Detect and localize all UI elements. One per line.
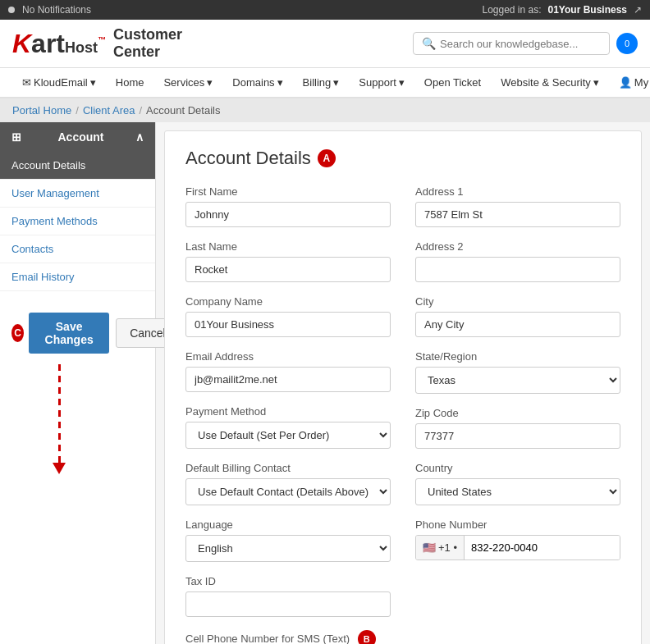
nav-item-home[interactable]: Home (106, 68, 154, 97)
tax-id-label: Tax ID (185, 575, 391, 587)
country-label: Country (415, 462, 620, 474)
nav-item-website-security[interactable]: Website & Security ▾ (491, 68, 609, 97)
cart-button[interactable]: 0 (616, 33, 638, 54)
tax-id-group: Tax ID (185, 575, 391, 617)
chevron-down-icon: ▾ (593, 76, 599, 89)
notifications-label: No Notifications (22, 4, 91, 16)
dashed-arrow (53, 364, 66, 474)
sidebar-bottom: C Save Changes Cancel (0, 299, 155, 482)
nav-item-open-ticket[interactable]: Open Ticket (414, 68, 491, 97)
dashed-line (58, 364, 61, 463)
address2-group: Address 2 (415, 240, 620, 282)
share-icon[interactable]: ↗ (634, 4, 642, 16)
user-icon: 👤 (619, 76, 632, 89)
logo-art: art (31, 29, 65, 58)
search-input[interactable] (440, 38, 601, 50)
email-group: Email Address (185, 350, 391, 392)
billing-contact-select[interactable]: Use Default Contact (Details Above) (185, 478, 391, 505)
first-name-group: First Name (185, 185, 391, 227)
button-area: C Save Changes Cancel (11, 313, 180, 354)
language-label: Language (185, 518, 391, 531)
form-left-column: First Name Last Name Company Name Email … (185, 185, 391, 644)
phone-number-input[interactable] (465, 536, 620, 560)
cart-count: 0 (625, 39, 629, 48)
nav-item-kloudemail[interactable]: ✉ KloudEmail ▾ (12, 68, 106, 97)
address1-input[interactable] (415, 202, 620, 227)
page-title: Account Details (185, 148, 311, 169)
payment-method-label: Payment Method (185, 405, 391, 418)
chevron-down-icon: ▾ (333, 76, 339, 89)
chevron-down-icon: ▾ (399, 76, 405, 89)
tax-id-input[interactable] (185, 591, 391, 617)
badge-c: C (11, 324, 24, 342)
language-select[interactable]: English (185, 535, 391, 562)
business-name-label: 01Your Business (548, 4, 627, 16)
content-area: Account Details A First Name Last Name C… (164, 130, 642, 644)
city-input[interactable] (415, 312, 620, 337)
phone-group: Phone Number 🇺🇸 +1 • (415, 518, 620, 560)
company-name-input[interactable] (185, 312, 391, 337)
flag-icon: 🇺🇸 (423, 541, 436, 554)
breadcrumb-client-area[interactable]: Client Area (83, 104, 135, 116)
email-input[interactable] (185, 367, 391, 392)
state-label: State/Region (415, 350, 620, 363)
top-bar-right: Logged in as: 01Your Business ↗ (482, 4, 642, 16)
logo-tm: ™ (98, 35, 106, 44)
cell-phone-label: Cell Phone Number for SMS (Text) B (185, 630, 391, 644)
header: KartHost™ Customer Center 🔍 0 (0, 20, 650, 68)
sidebar-item-email-history[interactable]: Email History (0, 263, 155, 291)
sidebar-item-user-management[interactable]: User Management (0, 180, 155, 208)
address1-group: Address 1 (415, 185, 620, 227)
address1-label: Address 1 (415, 185, 620, 198)
chevron-down-icon: ▾ (207, 76, 213, 89)
company-name-label: Company Name (185, 295, 391, 308)
search-icon: 🔍 (422, 37, 436, 50)
zip-group: Zip Code (415, 407, 620, 449)
nav-item-billing[interactable]: Billing ▾ (293, 68, 350, 97)
state-select[interactable]: Texas (415, 367, 620, 394)
notification-dot-icon (8, 7, 15, 13)
payment-method-group: Payment Method Use Default (Set Per Orde… (185, 405, 391, 449)
search-box[interactable]: 🔍 (413, 32, 610, 55)
city-label: City (415, 295, 620, 308)
first-name-input[interactable] (185, 202, 391, 227)
breadcrumb-sep1: / (76, 104, 79, 116)
sidebar-header: ⊞ Account ∧ (0, 122, 155, 152)
save-changes-button[interactable]: Save Changes (29, 313, 109, 354)
payment-method-select[interactable]: Use Default (Set Per Order) (185, 422, 391, 449)
top-bar: No Notifications Logged in as: 01Your Bu… (0, 0, 650, 20)
account-form: First Name Last Name Company Name Email … (185, 185, 620, 644)
sidebar: ⊞ Account ∧ Account Details User Managem… (0, 122, 156, 644)
last-name-input[interactable] (185, 257, 391, 282)
sidebar-collapse-icon[interactable]: ∧ (135, 130, 144, 144)
logo-line1: Customer (113, 26, 182, 43)
company-name-group: Company Name (185, 295, 391, 337)
badge-b: B (358, 630, 376, 644)
top-bar-left: No Notifications (8, 4, 91, 16)
arrow-head (53, 463, 66, 474)
email-label: Email Address (185, 350, 391, 363)
zip-input[interactable] (415, 423, 620, 449)
billing-contact-label: Default Billing Contact (185, 462, 391, 474)
breadcrumb-sep2: / (139, 104, 142, 116)
logo-mark: KartHost™ (12, 29, 106, 59)
sidebar-item-contacts[interactable]: Contacts (0, 235, 155, 263)
nav-item-domains[interactable]: Domains ▾ (222, 68, 292, 97)
country-group: Country United States (415, 462, 620, 505)
sidebar-item-account-details[interactable]: Account Details (0, 152, 155, 180)
cell-phone-group: Cell Phone Number for SMS (Text) B Provi… (185, 630, 391, 644)
nav-item-my-account[interactable]: 👤 My Account ▾ (609, 68, 650, 97)
nav-item-services[interactable]: Services ▾ (153, 68, 222, 97)
last-name-group: Last Name (185, 240, 391, 282)
sidebar-item-payment-methods[interactable]: Payment Methods (0, 208, 155, 235)
phone-flag: 🇺🇸 +1 • (416, 536, 465, 560)
logged-in-label: Logged in as: (482, 4, 541, 16)
nav-item-support[interactable]: Support ▾ (349, 68, 414, 97)
account-icon: ⊞ (11, 130, 21, 144)
country-select[interactable]: United States (415, 478, 620, 505)
email-icon: ✉ (22, 76, 31, 89)
breadcrumb-portal-home[interactable]: Portal Home (12, 104, 71, 116)
address2-input[interactable] (415, 257, 620, 282)
main-layout: ⊞ Account ∧ Account Details User Managem… (0, 122, 650, 644)
logo: KartHost™ Customer Center (12, 26, 182, 61)
